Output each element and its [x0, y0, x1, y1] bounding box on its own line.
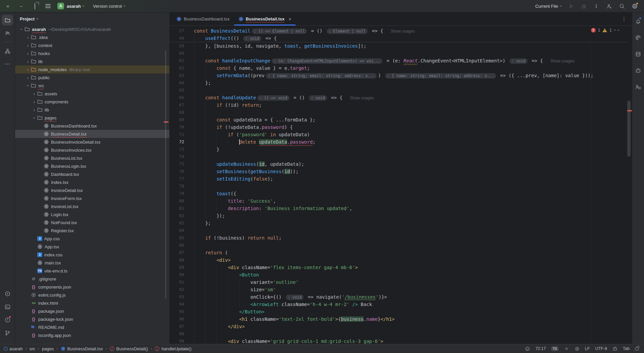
database-button[interactable] — [633, 49, 643, 59]
line-number[interactable]: 64 — [169, 79, 184, 87]
breadcrumb-item-pages[interactable]: pages — [42, 346, 54, 351]
tree-item-InvoiceForm.tsx[interactable]: InvoiceForm.tsx — [15, 194, 169, 202]
more-horizontal-button[interactable]: ··· — [2, 59, 13, 69]
breadcrumb-item-asarah[interactable]: asarah — [4, 346, 23, 351]
code-line-75[interactable]: 75 updateBusiness(id, updateData); — [169, 160, 632, 168]
maximize-icon[interactable] — [32, 4, 37, 9]
line-number[interactable]: 81 — [169, 205, 184, 212]
editor-scrollbar[interactable] — [627, 101, 631, 157]
code-line-97[interactable]: 97 </div> — [169, 323, 632, 330]
line-number[interactable]: 63 — [169, 72, 184, 79]
people-chat-button[interactable] — [633, 82, 643, 92]
code-line-65[interactable]: 65 — [169, 87, 632, 94]
close-tab-icon[interactable]: × — [288, 16, 291, 22]
line-number[interactable]: 97 — [169, 323, 184, 330]
tree-item-public[interactable]: ›public — [15, 73, 169, 82]
next-problem-icon[interactable]: › — [616, 30, 621, 31]
code-line-66[interactable]: 66 const handleUpdate: () => void = () :… — [169, 94, 632, 101]
line-number[interactable]: 27 — [169, 27, 184, 35]
breadcrumb-item-src[interactable]: src — [30, 346, 35, 351]
code-line-88[interactable]: 88 <div> — [169, 256, 632, 264]
code-line-72[interactable]: 72 delete updateData.password; — [169, 138, 632, 146]
line-number[interactable]: 75 — [169, 160, 184, 168]
minimize-icon[interactable]: − — [19, 4, 24, 9]
play-button[interactable] — [568, 3, 574, 9]
code-line-82[interactable]: 82 }); — [169, 212, 632, 219]
code-line-68[interactable]: 68 — [169, 109, 632, 116]
tree-item-BusinessList.tsx[interactable]: BusinessList.tsx — [15, 154, 169, 162]
line-number[interactable]: 90 — [169, 271, 184, 279]
project-scrollbar[interactable] — [165, 50, 166, 299]
code-line-69[interactable]: 69 const updateData = { ...formData }; — [169, 116, 632, 123]
editor-area[interactable]: BusinessDashboard.tsxBusinessDetail.tsx×… — [169, 12, 632, 344]
code-line-79[interactable]: 79 toast({ — [169, 190, 632, 197]
tree-item-lib[interactable]: ›lib — [15, 106, 169, 114]
status-widget-72:17[interactable]: 72:17 — [535, 346, 546, 351]
tree-item-vite-env.d.ts[interactable]: TSvite-env.d.ts — [15, 267, 169, 275]
robot-button[interactable] — [633, 65, 643, 76]
line-number[interactable]: 74 — [169, 153, 184, 160]
line-number[interactable]: 88 — [169, 256, 184, 264]
line-number[interactable]: 85 — [169, 234, 184, 242]
code-line-27[interactable]: 27const BusinessDetail: () => Element | … — [169, 27, 627, 35]
tree-item-package-lock.json[interactable]: {}package-lock.json — [15, 315, 169, 323]
code-line-76[interactable]: 76 setBusiness(getBusiness(id)); — [169, 168, 632, 175]
structure-button[interactable] — [2, 46, 13, 56]
line-number[interactable]: 79 — [169, 190, 184, 197]
code-line-73[interactable]: 73 } — [169, 146, 632, 153]
code-line-77[interactable]: 77 setIsEditing(false); — [169, 175, 632, 183]
code-line-84[interactable]: 84 — [169, 227, 632, 234]
code-line-78[interactable]: 78 — [169, 183, 632, 190]
smiley-widget[interactable] — [525, 346, 530, 351]
main-menu-icon[interactable] — [45, 3, 51, 9]
line-number[interactable]: 94 — [169, 301, 184, 308]
breadcrumb-item-BusinessDetail.tsx[interactable]: BusinessDetail.tsx — [61, 346, 103, 351]
line-number[interactable]: 77 — [169, 175, 184, 183]
project-selector[interactable]: asarah › — [67, 4, 84, 9]
close-icon[interactable]: × — [5, 4, 10, 9]
code-line-95[interactable]: 95 </Button> — [169, 308, 632, 315]
tree-item-hooks[interactable]: ›hooks — [15, 49, 169, 57]
tree-item-InvoiceDetail.tsx[interactable]: InvoiceDetail.tsx — [15, 186, 169, 194]
breadcrumb-item-BusinessDetail()[interactable]: fBusinessDetail() — [110, 346, 148, 351]
chevron-icon[interactable]: › — [25, 43, 31, 48]
code-line-80[interactable]: 80 title: 'Success', — [169, 197, 632, 205]
bug-button[interactable] — [580, 3, 587, 9]
tree-item-pages[interactable]: ›pages — [15, 114, 169, 122]
vcs-people-button[interactable] — [2, 28, 13, 39]
line-number[interactable]: 60 — [169, 50, 184, 57]
status-widget-Tab[interactable]: Tab — [623, 346, 630, 351]
line-number[interactable]: 73 — [169, 146, 184, 153]
user-plus-button[interactable] — [606, 3, 612, 9]
code-line-85[interactable]: 85 if (!business) return null; — [169, 234, 632, 242]
line-number[interactable]: 95 — [169, 308, 184, 315]
code-line-62[interactable]: 62 const { name, value } = e.target; — [169, 64, 632, 72]
tree-item-Index.tsx[interactable]: Index.tsx — [15, 178, 169, 186]
code-line-70[interactable]: 70 if (!updateData.password) { — [169, 123, 632, 131]
line-number[interactable]: 65 — [169, 87, 184, 94]
chevron-icon[interactable]: › — [25, 59, 31, 64]
line-number[interactable]: 82 — [169, 212, 184, 219]
chevron-icon[interactable]: › — [31, 99, 37, 104]
code-line-74[interactable]: 74 — [169, 153, 632, 160]
line-number[interactable]: 99 — [169, 338, 184, 344]
status-widget-LF[interactable]: LF — [585, 346, 590, 351]
tree-item-README.md[interactable]: M↓README.md — [15, 323, 169, 331]
line-number[interactable]: 83 — [169, 219, 184, 227]
tree-item-lib[interactable]: ›lib — [15, 57, 169, 65]
code-line-71[interactable]: 71 if ('password' in updateData) — [169, 131, 632, 138]
line-number[interactable]: 67 — [169, 101, 184, 109]
sticky-lines[interactable]: 27const BusinessDetail: () => Element | … — [169, 27, 627, 42]
tree-item-context[interactable]: ›context — [15, 41, 169, 49]
project-panel-header[interactable]: Project › — [15, 12, 169, 25]
line-number[interactable]: 62 — [169, 64, 184, 72]
code-line-67[interactable]: 67 if (!id) return; — [169, 101, 632, 109]
ai-spiral-button[interactable] — [633, 32, 643, 43]
tree-item-Register.tsx[interactable]: Register.tsx — [15, 226, 169, 235]
folder-button[interactable] — [2, 15, 13, 26]
code-line-59[interactable]: 59 }, [business, id, navigate, toast, ge… — [169, 42, 632, 50]
tree-item-main.tsx[interactable]: main.tsx — [15, 259, 169, 267]
line-number[interactable]: 80 — [169, 197, 184, 205]
line-number[interactable]: 96 — [169, 315, 184, 323]
chevron-icon[interactable]: › — [25, 83, 31, 89]
